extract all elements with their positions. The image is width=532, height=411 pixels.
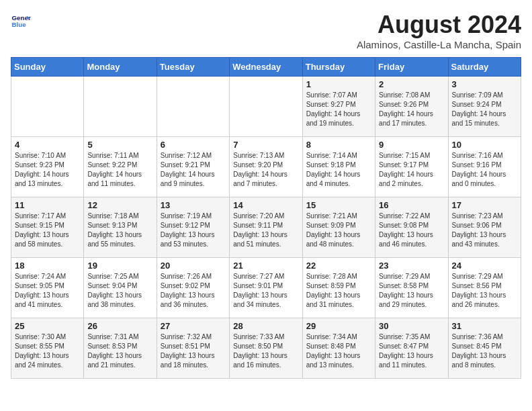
week-row-5: 25Sunrise: 7:30 AM Sunset: 8:55 PM Dayli…	[11, 318, 521, 379]
calendar-cell: 7Sunrise: 7:13 AM Sunset: 9:20 PM Daylig…	[230, 137, 302, 197]
calendar-cell	[157, 77, 229, 137]
day-info: Sunrise: 7:33 AM Sunset: 8:50 PM Dayligh…	[233, 332, 298, 370]
day-info: Sunrise: 7:29 AM Sunset: 8:56 PM Dayligh…	[452, 272, 517, 310]
calendar-cell: 12Sunrise: 7:18 AM Sunset: 9:13 PM Dayli…	[84, 197, 157, 258]
day-header-sunday: Sunday	[11, 58, 84, 77]
day-info: Sunrise: 7:09 AM Sunset: 9:24 PM Dayligh…	[452, 91, 517, 128]
day-number: 7	[233, 140, 298, 150]
day-header-friday: Friday	[375, 58, 448, 77]
day-number: 13	[161, 200, 226, 210]
day-number: 21	[233, 261, 298, 271]
day-number: 19	[87, 261, 152, 271]
month-year-title: August 2024	[357, 11, 521, 39]
day-number: 6	[161, 140, 226, 150]
day-number: 17	[452, 200, 517, 210]
calendar-cell: 16Sunrise: 7:22 AM Sunset: 9:08 PM Dayli…	[375, 197, 448, 258]
calendar-cell: 20Sunrise: 7:26 AM Sunset: 9:02 PM Dayli…	[157, 258, 229, 318]
day-number: 25	[15, 321, 80, 331]
day-info: Sunrise: 7:15 AM Sunset: 9:17 PM Dayligh…	[379, 151, 444, 189]
day-info: Sunrise: 7:10 AM Sunset: 9:23 PM Dayligh…	[15, 151, 80, 189]
calendar-cell: 10Sunrise: 7:16 AM Sunset: 9:16 PM Dayli…	[448, 137, 521, 197]
day-info: Sunrise: 7:17 AM Sunset: 9:15 PM Dayligh…	[15, 212, 80, 249]
day-number: 31	[452, 321, 517, 331]
day-number: 28	[233, 321, 298, 331]
calendar-cell: 14Sunrise: 7:20 AM Sunset: 9:11 PM Dayli…	[230, 197, 302, 258]
day-info: Sunrise: 7:27 AM Sunset: 9:01 PM Dayligh…	[233, 272, 298, 310]
day-number: 16	[379, 200, 444, 210]
calendar-cell: 8Sunrise: 7:14 AM Sunset: 9:18 PM Daylig…	[302, 137, 375, 197]
calendar-cell: 6Sunrise: 7:12 AM Sunset: 9:21 PM Daylig…	[157, 137, 229, 197]
day-number: 2	[379, 79, 444, 89]
calendar-cell: 15Sunrise: 7:21 AM Sunset: 9:09 PM Dayli…	[302, 197, 375, 258]
svg-text:Blue: Blue	[12, 21, 27, 28]
day-number: 1	[306, 79, 371, 89]
logo: General Blue	[11, 11, 31, 31]
calendar-cell: 11Sunrise: 7:17 AM Sunset: 9:15 PM Dayli…	[11, 197, 84, 258]
week-row-4: 18Sunrise: 7:24 AM Sunset: 9:05 PM Dayli…	[11, 258, 521, 318]
day-info: Sunrise: 7:35 AM Sunset: 8:47 PM Dayligh…	[379, 332, 444, 370]
day-info: Sunrise: 7:36 AM Sunset: 8:45 PM Dayligh…	[452, 332, 517, 370]
calendar-cell: 2Sunrise: 7:08 AM Sunset: 9:26 PM Daylig…	[375, 77, 448, 137]
calendar-cell: 27Sunrise: 7:32 AM Sunset: 8:51 PM Dayli…	[157, 318, 229, 379]
calendar-cell: 21Sunrise: 7:27 AM Sunset: 9:01 PM Dayli…	[230, 258, 302, 318]
calendar-cell: 17Sunrise: 7:23 AM Sunset: 9:06 PM Dayli…	[448, 197, 521, 258]
calendar-cell: 24Sunrise: 7:29 AM Sunset: 8:56 PM Dayli…	[448, 258, 521, 318]
day-info: Sunrise: 7:31 AM Sunset: 8:53 PM Dayligh…	[87, 332, 152, 370]
day-info: Sunrise: 7:11 AM Sunset: 9:22 PM Dayligh…	[87, 151, 152, 189]
day-info: Sunrise: 7:13 AM Sunset: 9:20 PM Dayligh…	[233, 151, 298, 189]
day-number: 11	[15, 200, 80, 210]
calendar-cell: 22Sunrise: 7:28 AM Sunset: 8:59 PM Dayli…	[302, 258, 375, 318]
day-header-saturday: Saturday	[448, 58, 521, 77]
day-info: Sunrise: 7:16 AM Sunset: 9:16 PM Dayligh…	[452, 151, 517, 189]
day-header-monday: Monday	[84, 58, 157, 77]
day-info: Sunrise: 7:22 AM Sunset: 9:08 PM Dayligh…	[379, 212, 444, 249]
location-subtitle: Alaminos, Castille-La Mancha, Spain	[357, 39, 521, 50]
day-header-thursday: Thursday	[302, 58, 375, 77]
day-info: Sunrise: 7:08 AM Sunset: 9:26 PM Dayligh…	[379, 91, 444, 128]
day-number: 29	[306, 321, 371, 331]
logo-icon: General Blue	[11, 11, 31, 31]
day-info: Sunrise: 7:19 AM Sunset: 9:12 PM Dayligh…	[161, 212, 226, 249]
day-number: 26	[87, 321, 152, 331]
calendar-cell: 3Sunrise: 7:09 AM Sunset: 9:24 PM Daylig…	[448, 77, 521, 137]
calendar-cell	[230, 77, 302, 137]
day-number: 4	[15, 140, 80, 150]
day-number: 22	[306, 261, 371, 271]
day-number: 24	[452, 261, 517, 271]
calendar-cell: 4Sunrise: 7:10 AM Sunset: 9:23 PM Daylig…	[11, 137, 84, 197]
day-number: 20	[161, 261, 226, 271]
day-number: 15	[306, 200, 371, 210]
day-number: 30	[379, 321, 444, 331]
day-number: 3	[452, 79, 517, 89]
page-header: General Blue August 2024 Alaminos, Casti…	[11, 11, 521, 50]
day-info: Sunrise: 7:23 AM Sunset: 9:06 PM Dayligh…	[452, 212, 517, 249]
calendar-cell: 23Sunrise: 7:29 AM Sunset: 8:58 PM Dayli…	[375, 258, 448, 318]
title-block: August 2024 Alaminos, Castille-La Mancha…	[357, 11, 521, 50]
day-number: 14	[233, 200, 298, 210]
day-info: Sunrise: 7:28 AM Sunset: 8:59 PM Dayligh…	[306, 272, 371, 310]
day-number: 5	[87, 140, 152, 150]
calendar-cell: 25Sunrise: 7:30 AM Sunset: 8:55 PM Dayli…	[11, 318, 84, 379]
day-number: 9	[379, 140, 444, 150]
calendar-table: SundayMondayTuesdayWednesdayThursdayFrid…	[11, 57, 521, 379]
day-info: Sunrise: 7:14 AM Sunset: 9:18 PM Dayligh…	[306, 151, 371, 189]
day-info: Sunrise: 7:34 AM Sunset: 8:48 PM Dayligh…	[306, 332, 371, 370]
day-number: 23	[379, 261, 444, 271]
calendar-cell: 19Sunrise: 7:25 AM Sunset: 9:04 PM Dayli…	[84, 258, 157, 318]
calendar-cell: 28Sunrise: 7:33 AM Sunset: 8:50 PM Dayli…	[230, 318, 302, 379]
day-info: Sunrise: 7:07 AM Sunset: 9:27 PM Dayligh…	[306, 91, 371, 128]
day-info: Sunrise: 7:21 AM Sunset: 9:09 PM Dayligh…	[306, 212, 371, 249]
day-number: 12	[87, 200, 152, 210]
day-header-tuesday: Tuesday	[157, 58, 229, 77]
week-row-2: 4Sunrise: 7:10 AM Sunset: 9:23 PM Daylig…	[11, 137, 521, 197]
day-number: 10	[452, 140, 517, 150]
day-number: 18	[15, 261, 80, 271]
calendar-cell: 9Sunrise: 7:15 AM Sunset: 9:17 PM Daylig…	[375, 137, 448, 197]
calendar-cell: 30Sunrise: 7:35 AM Sunset: 8:47 PM Dayli…	[375, 318, 448, 379]
day-info: Sunrise: 7:30 AM Sunset: 8:55 PM Dayligh…	[15, 332, 80, 370]
calendar-cell: 31Sunrise: 7:36 AM Sunset: 8:45 PM Dayli…	[448, 318, 521, 379]
week-row-3: 11Sunrise: 7:17 AM Sunset: 9:15 PM Dayli…	[11, 197, 521, 258]
day-number: 27	[161, 321, 226, 331]
calendar-cell: 29Sunrise: 7:34 AM Sunset: 8:48 PM Dayli…	[302, 318, 375, 379]
day-info: Sunrise: 7:12 AM Sunset: 9:21 PM Dayligh…	[161, 151, 226, 189]
